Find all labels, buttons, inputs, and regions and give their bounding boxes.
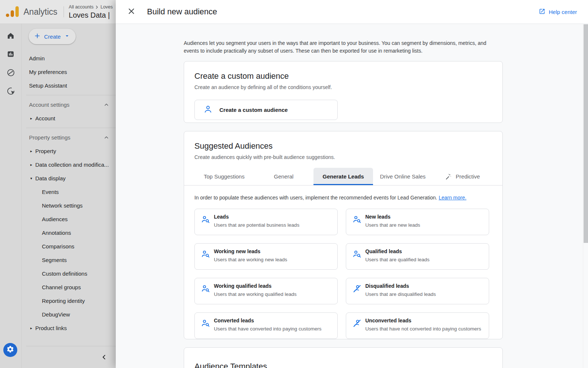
triangle-right-icon[interactable]: ▸: [27, 326, 35, 330]
audience-suggestions-grid: LeadsUsers that are potential business l…: [194, 209, 492, 339]
nav-item-property-settings[interactable]: Property settings: [22, 131, 116, 144]
triangle-right-icon[interactable]: ▸: [27, 149, 35, 153]
audience-card-description: Users that are working qualified leads: [214, 291, 332, 297]
nav-item-label: Account settings: [29, 102, 69, 108]
sidebar-collapse-row: [22, 349, 116, 365]
admin-button[interactable]: [3, 343, 17, 357]
rail-advertising-button[interactable]: [0, 82, 21, 101]
gear-icon: [6, 345, 14, 355]
nav-item-property[interactable]: ▸Property: [22, 144, 116, 158]
person-search-icon: [201, 250, 210, 259]
create-button[interactable]: Create: [29, 29, 76, 44]
plus-icon: [34, 32, 41, 41]
audience-card-new-leads[interactable]: New leadsUsers that are new leads: [346, 209, 489, 235]
tab-label: General: [274, 173, 293, 180]
nav-item-my-preferences[interactable]: My preferences: [22, 65, 116, 79]
nav-item-account[interactable]: ▸Account: [22, 112, 116, 125]
audience-card-working-qualified-leads[interactable]: Working qualified leadsUsers that are wo…: [194, 278, 338, 304]
nav-item-product-links[interactable]: ▸Product links: [22, 321, 116, 335]
left-icon-rail: [0, 24, 21, 368]
triangle-right-icon[interactable]: ▸: [27, 116, 35, 120]
nav-item-label: DebugView: [42, 311, 70, 318]
nav-item-annotations[interactable]: Annotations: [22, 226, 116, 240]
create-custom-audience-label: Create a custom audience: [219, 107, 288, 113]
tab-generate-leads[interactable]: Generate Leads: [313, 168, 373, 185]
tab-drive-online-sales[interactable]: Drive Online Sales: [373, 168, 433, 185]
caret-down-icon: [64, 33, 70, 40]
panel-content: Audiences let you segment your users in …: [116, 24, 583, 368]
nav-item-label: Data collection and modifica...: [35, 162, 109, 168]
tab-top-suggestions[interactable]: Top Suggestions: [194, 168, 254, 185]
note-text: In order to populate these audiences wit…: [194, 195, 437, 201]
create-button-label: Create: [44, 33, 61, 40]
topbar-divider: [64, 6, 64, 17]
help-center-link[interactable]: Help center: [539, 8, 577, 16]
chevron-left-icon[interactable]: [101, 354, 108, 361]
learn-more-link[interactable]: Learn more.: [439, 195, 466, 201]
tab-label: Drive Online Sales: [380, 173, 426, 180]
tab-label: Generate Leads: [323, 173, 364, 180]
home-icon: [6, 31, 15, 42]
panel-title: Build new audience: [147, 7, 217, 17]
account-switcher[interactable]: All accounts Loves Loves Data |: [69, 5, 113, 19]
person-search-icon: [201, 284, 210, 293]
audience-card-description: Users that are disqualified leads: [365, 291, 484, 297]
breadcrumb: All accounts Loves: [69, 5, 113, 10]
admin-nav-list: AdminMy preferencesSetup AssistantAccoun…: [22, 52, 116, 346]
nav-item-account-settings[interactable]: Account settings: [22, 98, 116, 112]
person-search-icon: [201, 215, 210, 224]
audience-card-qualified-leads[interactable]: Qualified leadsUsers that are qualified …: [346, 243, 489, 270]
nav-divider: [26, 346, 116, 346]
nav-item-data-collection-and-modifica[interactable]: ▸Data collection and modifica...: [22, 158, 116, 171]
nav-item-debugview[interactable]: DebugView: [22, 308, 116, 321]
nav-item-data-display[interactable]: ▾Data display: [22, 171, 116, 185]
audience-card-unconverted-leads[interactable]: Unconverted leadsUsers that have not con…: [346, 312, 489, 339]
suggested-audiences-description: Create audiences quickly with pre-built …: [194, 154, 492, 160]
logo-bar-mid: [11, 10, 14, 17]
analytics-logo-icon[interactable]: [6, 6, 19, 18]
create-custom-audience-button[interactable]: Create a custom audience: [194, 100, 338, 120]
build-audience-panel: Build new audience Help center Audiences…: [116, 0, 588, 368]
nav-item-network-settings[interactable]: Network settings: [22, 199, 116, 212]
nav-item-label: Product links: [35, 325, 67, 331]
nav-item-setup-assistant[interactable]: Setup Assistant: [22, 79, 116, 92]
tab-general[interactable]: General: [254, 168, 313, 185]
close-button[interactable]: [126, 7, 136, 17]
triangle-right-icon[interactable]: ▸: [27, 163, 35, 167]
tab-predictive[interactable]: Predictive: [433, 168, 492, 185]
chevron-up-icon[interactable]: [103, 101, 110, 108]
audience-card-converted-leads[interactable]: Converted leadsUsers that have converted…: [194, 312, 338, 339]
account-title: Loves Data |: [69, 11, 113, 19]
scrollbar-thumb[interactable]: [584, 24, 588, 243]
person-search-icon: [201, 319, 210, 328]
lead-generation-note: In order to populate these audiences wit…: [194, 195, 492, 201]
reports-icon: [6, 50, 15, 60]
audience-card-leads[interactable]: LeadsUsers that are potential business l…: [194, 209, 338, 235]
nav-item-label: Property settings: [29, 134, 71, 141]
nav-item-audiences[interactable]: Audiences: [22, 212, 116, 226]
nav-item-label: Property: [35, 148, 56, 154]
panel-scrollbar[interactable]: [583, 24, 588, 368]
audience-card-working-new-leads[interactable]: Working new leadsUsers that are working …: [194, 243, 338, 270]
audience-card-description: Users that are potential business leads: [214, 222, 332, 228]
custom-audience-description: Create an audience by defining all of th…: [194, 84, 492, 90]
audience-card-disqualified-leads[interactable]: Disqualified leadsUsers that are disqual…: [346, 278, 489, 304]
audience-card-description: Users that are working new leads: [214, 257, 332, 262]
nav-item-segments[interactable]: Segments: [22, 253, 116, 267]
nav-item-reporting-identity[interactable]: Reporting identity: [22, 294, 116, 308]
rail-explore-button[interactable]: [0, 64, 21, 82]
nav-item-events[interactable]: Events: [22, 185, 116, 199]
suggested-audiences-section: Suggested Audiences Create audiences qui…: [184, 131, 503, 339]
nav-item-label: Setup Assistant: [29, 82, 67, 89]
nav-item-admin[interactable]: Admin: [22, 52, 116, 65]
triangle-down-icon[interactable]: ▾: [27, 176, 35, 180]
chevron-up-icon[interactable]: [103, 134, 110, 141]
nav-item-comparisons[interactable]: Comparisons: [22, 240, 116, 253]
nav-item-channel-groups[interactable]: Channel groups: [22, 280, 116, 294]
nav-item-label: My preferences: [29, 69, 67, 75]
rail-reports-button[interactable]: [0, 46, 21, 64]
nav-item-custom-definitions[interactable]: Custom definitions: [22, 267, 116, 280]
nav-item-label: Custom definitions: [42, 270, 87, 277]
rail-home-button[interactable]: [0, 27, 21, 46]
audience-card-title: Unconverted leads: [365, 318, 484, 323]
